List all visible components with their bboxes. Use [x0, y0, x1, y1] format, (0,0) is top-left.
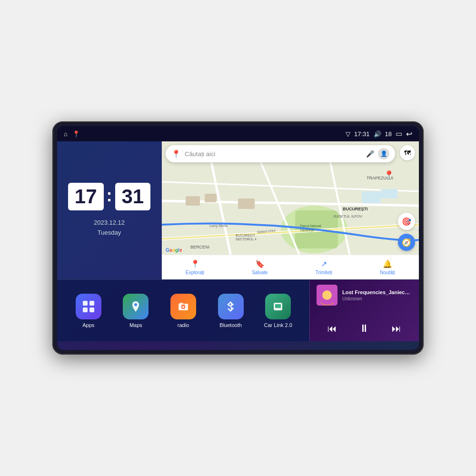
clock-panel: 17 : 31 2023.12.12 Tuesday [57, 141, 162, 279]
svg-text:JUDEȚUL ILFOV: JUDEȚUL ILFOV [333, 214, 363, 218]
location-btn[interactable]: 🎯 [398, 213, 415, 230]
status-right-icons: ▽ 17:31 🔊 18 ▭ ↩ [346, 129, 412, 139]
google-logo: Google [166, 248, 182, 253]
status-time: 17:31 [354, 130, 370, 138]
status-left-icons: ⌂ 📍 [64, 130, 80, 138]
volume-icon: 🔊 [374, 130, 381, 138]
carlink-app-icon [265, 294, 291, 319]
music-thumbnail [317, 285, 337, 306]
radio-app-icon: FM [170, 294, 196, 319]
home-icon[interactable]: ⌂ [64, 130, 68, 138]
top-section: 17 : 31 2023.12.12 Tuesday [57, 141, 419, 279]
clock-date: 2023.12.12 Tuesday [94, 218, 125, 238]
maps-label: Maps [129, 322, 142, 328]
status-bar: ⌂ 📍 ▽ 17:31 🔊 18 ▭ ↩ [57, 126, 419, 141]
svg-rect-11 [205, 194, 217, 202]
device: ⌂ 📍 ▽ 17:31 🔊 18 ▭ ↩ 17 : [52, 121, 424, 355]
svg-rect-12 [238, 198, 255, 209]
app-radio[interactable]: FM radio [169, 294, 198, 328]
svg-text:Parcul Natural: Parcul Natural [300, 224, 321, 228]
map-top-icons: 🗺 [400, 145, 415, 160]
music-title: Lost Frequencies_Janieck Devy-... [342, 289, 412, 295]
send-icon: ↗ [321, 259, 327, 268]
apps-label: Apps [82, 322, 94, 328]
radio-label: radio [178, 322, 189, 328]
map-nav-saved[interactable]: 🔖 Salvate [252, 259, 268, 275]
svg-rect-25 [83, 301, 88, 306]
svg-rect-28 [89, 307, 94, 312]
svg-text:Leroy Merlin: Leroy Merlin [209, 224, 228, 228]
clock-display: 17 : 31 [68, 183, 150, 210]
clock-day: Tuesday [94, 228, 125, 238]
apps-icon [76, 294, 101, 319]
svg-rect-36 [275, 304, 281, 308]
music-artist: Unknown [342, 296, 412, 301]
app-bluetooth[interactable]: Bluetooth [217, 294, 245, 328]
map-nav-send[interactable]: ↗ Trimiteți [316, 259, 332, 275]
svg-rect-13 [362, 191, 381, 203]
app-carlink[interactable]: Car Link 2.0 [264, 294, 292, 328]
apps-area: Apps Maps [57, 280, 309, 341]
mic-icon[interactable]: 🎤 [366, 150, 374, 158]
send-label: Trimiteți [316, 270, 332, 275]
clock-colon: : [107, 186, 112, 206]
maps-pin-icon: 📍 [171, 149, 181, 159]
map-nav-news[interactable]: 🔔 Noutăți [380, 259, 395, 275]
back-icon[interactable]: ↩ [406, 129, 412, 139]
svg-text:BERCENI: BERCENI [190, 245, 209, 249]
bluetooth-app-icon [218, 294, 244, 319]
app-apps[interactable]: Apps [74, 294, 103, 328]
map-nav-explore[interactable]: 📍 Explorați [186, 259, 204, 275]
map-search-text[interactable]: Căutați aici [185, 150, 362, 158]
music-controls: ⏮ ⏸ ⏭ [317, 320, 412, 337]
music-meta: Lost Frequencies_Janieck Devy-... Unknow… [342, 289, 412, 301]
prev-button[interactable]: ⏮ [324, 321, 341, 336]
clock-minutes: 31 [115, 183, 151, 210]
next-button[interactable]: ⏭ [388, 321, 405, 336]
news-label: Noutăți [380, 270, 395, 275]
news-icon: 🔔 [383, 259, 392, 268]
signal-icon: ▽ [346, 130, 350, 138]
play-pause-button[interactable]: ⏸ [355, 320, 373, 337]
main-content: 17 : 31 2023.12.12 Tuesday [57, 141, 419, 350]
svg-rect-26 [89, 301, 94, 306]
svg-rect-10 [186, 196, 200, 206]
saved-icon: 🔖 [255, 259, 265, 268]
svg-point-29 [134, 303, 137, 306]
map-red-pin: 📍 [384, 170, 394, 180]
app-maps[interactable]: Maps [121, 294, 150, 328]
navigate-btn[interactable]: 🧭 [398, 234, 415, 251]
explore-icon: 📍 [190, 259, 200, 268]
map-search-bar[interactable]: 📍 Căutați aici 🎤 👤 [166, 145, 395, 162]
clock-date-value: 2023.12.12 [94, 218, 125, 228]
battery-icon: ▭ [396, 129, 402, 138]
explore-label: Explorați [186, 270, 204, 275]
music-panel: Lost Frequencies_Janieck Devy-... Unknow… [309, 280, 419, 341]
clock-hours: 17 [68, 183, 104, 210]
svg-point-40 [320, 298, 334, 306]
svg-rect-14 [381, 189, 397, 198]
svg-rect-38 [317, 285, 337, 306]
svg-rect-0 [162, 153, 419, 268]
map-panel[interactable]: TRAPEZULUI BUCUREȘTI JUDEȚUL ILFOV BERCE… [162, 141, 419, 279]
map-right-controls: 🎯 🧭 [398, 213, 415, 251]
svg-rect-27 [83, 307, 88, 312]
music-info: Lost Frequencies_Janieck Devy-... Unknow… [317, 285, 412, 306]
carlink-label: Car Link 2.0 [264, 322, 292, 328]
svg-point-39 [322, 288, 332, 298]
saved-label: Salvate [252, 270, 268, 275]
svg-text:FM: FM [181, 304, 185, 307]
location-icon[interactable]: 📍 [72, 130, 80, 138]
bottom-section: Apps Maps [57, 279, 419, 341]
battery-level: 18 [385, 130, 392, 138]
screen: ⌂ 📍 ▽ 17:31 🔊 18 ▭ ↩ 17 : [57, 126, 419, 350]
svg-text:BUCUREȘTI: BUCUREȘTI [236, 234, 255, 238]
map-layers-icon[interactable]: 🗺 [400, 145, 415, 160]
svg-text:SECTORUL 4: SECTORUL 4 [236, 238, 257, 241]
svg-text:Văcărești: Văcărești [300, 228, 314, 232]
svg-rect-37 [276, 309, 280, 310]
map-bottom-bar: 📍 Explorați 🔖 Salvate ↗ Trimiteți 🔔 [162, 255, 419, 279]
user-avatar[interactable]: 👤 [378, 148, 389, 159]
bluetooth-label: Bluetooth [219, 322, 241, 328]
maps-app-icon [123, 294, 149, 319]
